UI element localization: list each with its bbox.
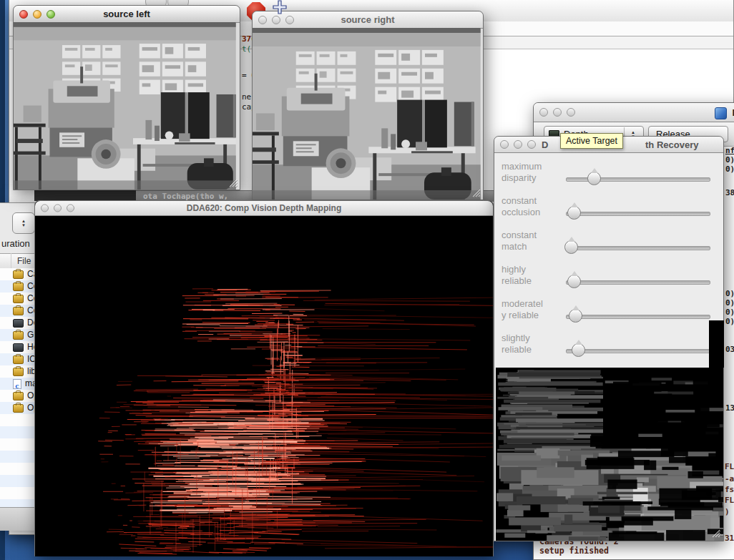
slider-thumb[interactable] [572,343,585,357]
depth-recovery-window: D th Recovery maximumdisparityconstantoc… [494,136,724,541]
close-button[interactable] [539,108,548,117]
resize-grip[interactable] [712,529,721,539]
slider-thumb[interactable] [564,240,578,254]
depth-mapping-window: DDA620: Comp Vision Depth Mapping [34,200,494,556]
slider-track[interactable] [566,280,710,285]
zoom-button[interactable] [527,140,536,149]
window-title-right-part: th Recovery [645,137,698,153]
editor-code-fragment: 0) [725,298,734,308]
console-fragment: fs [725,485,734,494]
editor-code-fragment: 0) [725,289,734,298]
framework-icon [13,283,24,291]
window-title-left-part: D [542,137,548,153]
resize-grip[interactable] [229,179,238,188]
project-window-titlebar[interactable]: D [534,103,734,122]
slider-label: slightlyreliable [501,333,563,355]
minimize-button[interactable] [514,140,522,149]
console-fragment: 31 [725,534,734,543]
slider-row-reliable: highlyreliable [494,262,725,295]
console-fragment: FL [725,462,734,471]
slider-track[interactable] [566,315,710,319]
framework-icon [13,392,24,401]
console-fragment: FL [725,496,734,505]
slider-thumb[interactable] [567,206,581,220]
slider-label: maximumdisparity [501,161,563,184]
slider-thumb[interactable] [569,309,582,323]
minimize-button[interactable] [553,108,562,117]
slider-row-occlusion: constantocclusion [494,193,725,226]
console-fragment: -am [725,474,734,483]
slider-row-y-reliable: moderately reliable [494,296,725,329]
slider-label: constantocclusion [501,195,563,218]
slider-row-match: constantmatch [494,227,725,260]
tooltip: Active Target [560,133,623,149]
window-title: DDA620: Comp Vision Depth Mapping [35,201,493,215]
depth-map-edge-patch [709,320,724,368]
pointcloud-canvas[interactable] [35,216,493,556]
slider-label: highlyreliable [501,264,563,287]
editor-code-fragment: 0) [725,317,734,326]
editor-code-fragment: 13 [725,403,734,413]
slider-label: moderately reliable [501,298,563,321]
file-column-header-label: File [17,254,31,268]
slider-thumb[interactable] [587,172,601,185]
window-title: source left [14,6,240,22]
framework-icon [13,295,24,303]
c-file-icon [13,379,21,389]
framework-icon [13,331,24,340]
slider-track[interactable] [566,349,710,353]
editor-code-fragment: nfig [725,146,734,155]
framework-icon [13,404,24,413]
slider-panel: maximumdisparityconstantocclusionconstan… [494,153,725,368]
editor-code-fragment: 38 [725,188,734,197]
editor-code-fragment: 0) [725,308,734,317]
slider-label: constantmatch [501,230,563,252]
source-right-window: source right [252,11,484,200]
product-icon [13,343,24,352]
camera-image-right [253,28,481,200]
resize-grip[interactable] [472,189,481,198]
slider-row-reliable: slightlyreliable [494,330,725,363]
slider-track[interactable] [566,246,710,250]
configuration-stepper[interactable] [12,212,35,234]
disparity-map-canvas[interactable] [496,368,723,541]
framework-icon [13,270,24,279]
xcode-doc-icon [715,107,727,119]
source-left-titlebar[interactable]: source left [14,6,240,23]
plus-cursor-icon [273,0,287,14]
editor-code-fragment: 0) [725,164,734,174]
zoom-button[interactable] [567,108,575,117]
window-shadow-strip [34,190,136,201]
source-right-titlebar[interactable]: source right [253,11,483,29]
framework-icon [13,307,24,315]
slider-track[interactable] [566,212,710,216]
editor-code-fragment: 0) [725,155,734,164]
product-icon [13,319,24,328]
depth-mapping-titlebar[interactable]: DDA620: Comp Vision Depth Mapping [35,201,493,216]
configuration-label: uration [1,238,30,249]
source-left-window: source left [13,5,240,190]
framework-icon [13,355,24,364]
window-title: source right [253,11,483,28]
slider-row-disparity: maximumdisparity [494,159,725,192]
camera-image-left [14,22,236,190]
editor-code-fragment: 03 [725,345,734,354]
close-button[interactable] [500,140,509,149]
desktop: Ta 376t(s= 0;nes[capt uration File CarCo… [0,0,734,560]
console-fragment: ) [725,507,730,516]
framework-icon [13,368,24,376]
slider-thumb[interactable] [567,275,581,288]
